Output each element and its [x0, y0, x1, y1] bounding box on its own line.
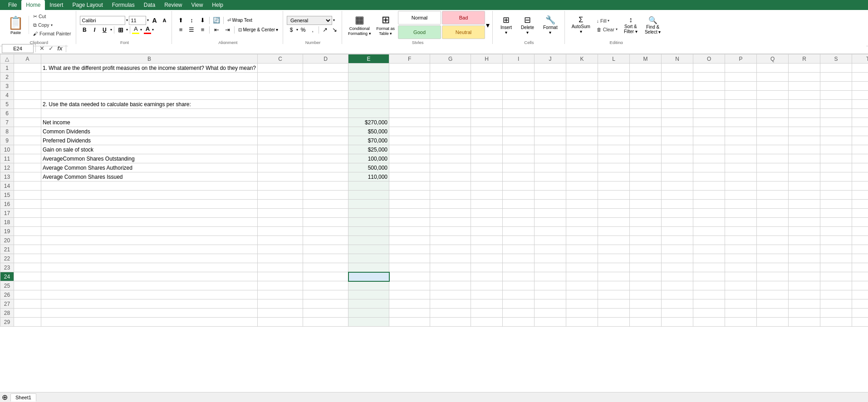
cell-P12[interactable] [725, 163, 757, 172]
cell-S25[interactable] [820, 281, 852, 290]
cell-Q11[interactable] [757, 154, 789, 163]
col-header-F[interactable]: F [389, 54, 430, 64]
cell-K12[interactable] [566, 163, 598, 172]
cell-O24[interactable] [693, 272, 725, 281]
cell-D3[interactable] [303, 82, 348, 91]
cell-T20[interactable] [852, 236, 868, 245]
cell-Q13[interactable] [757, 172, 789, 181]
cell-S17[interactable] [820, 209, 852, 218]
cell-O8[interactable] [693, 127, 725, 136]
cell-B9[interactable]: Preferred Dividends [41, 136, 258, 145]
row-num-29[interactable]: 29 [0, 318, 14, 327]
col-header-S[interactable]: S [820, 54, 852, 64]
tab-data[interactable]: Data [139, 0, 160, 10]
row-num-18[interactable]: 18 [0, 218, 14, 227]
cell-R23[interactable] [789, 263, 820, 272]
cell-S3[interactable] [820, 82, 852, 91]
cell-E12[interactable]: 500,000 [348, 163, 389, 172]
cell-D6[interactable] [303, 109, 348, 118]
cell-N24[interactable] [662, 272, 693, 281]
cell-H14[interactable] [471, 181, 503, 191]
cell-D19[interactable] [303, 227, 348, 236]
cell-M7[interactable] [630, 118, 662, 127]
cell-L25[interactable] [598, 281, 630, 290]
cell-K18[interactable] [566, 218, 598, 227]
cell-I28[interactable] [503, 309, 535, 318]
cell-P5[interactable] [725, 100, 757, 109]
cell-S29[interactable] [820, 318, 852, 327]
cell-A3[interactable] [14, 82, 41, 91]
cell-R5[interactable] [789, 100, 820, 109]
cell-M4[interactable] [630, 91, 662, 100]
cell-G16[interactable] [430, 200, 471, 209]
borders-dropdown[interactable]: ▾ [126, 28, 128, 32]
cell-R11[interactable] [789, 154, 820, 163]
cell-H17[interactable] [471, 209, 503, 218]
cell-B23[interactable] [41, 263, 258, 272]
cell-T3[interactable] [852, 82, 868, 91]
cell-S12[interactable] [820, 163, 852, 172]
row-num-16[interactable]: 16 [0, 200, 14, 209]
cell-G10[interactable] [430, 145, 471, 154]
row-num-7[interactable]: 7 [0, 118, 14, 127]
col-header-L[interactable]: L [598, 54, 630, 64]
cell-Q12[interactable] [757, 163, 789, 172]
cell-I29[interactable] [503, 318, 535, 327]
cell-H11[interactable] [471, 154, 503, 163]
formula-confirm-button[interactable]: ✓ [47, 44, 55, 53]
cell-P4[interactable] [725, 91, 757, 100]
cell-N10[interactable] [662, 145, 693, 154]
row-num-9[interactable]: 9 [0, 136, 14, 145]
cell-G1[interactable] [430, 64, 471, 73]
format-as-table-button[interactable]: ⊞ Format as Table ▾ [374, 13, 397, 37]
tab-help[interactable]: Help [207, 0, 228, 10]
cell-Q4[interactable] [757, 91, 789, 100]
cell-G19[interactable] [430, 227, 471, 236]
cell-A29[interactable] [14, 318, 41, 327]
cell-E22[interactable] [348, 254, 389, 263]
cell-B2[interactable] [41, 73, 258, 82]
cell-H5[interactable] [471, 100, 503, 109]
row-num-22[interactable]: 22 [0, 254, 14, 263]
cell-T16[interactable] [852, 200, 868, 209]
cell-P27[interactable] [725, 299, 757, 309]
cell-A6[interactable] [14, 109, 41, 118]
cell-L14[interactable] [598, 181, 630, 191]
cell-M27[interactable] [630, 299, 662, 309]
cell-S24[interactable] [820, 272, 852, 281]
font-size-dropdown[interactable]: ▾ [147, 18, 149, 22]
cell-T14[interactable] [852, 181, 868, 191]
font-color-button[interactable]: A [144, 25, 151, 34]
cell-B28[interactable] [41, 309, 258, 318]
cell-O2[interactable] [693, 73, 725, 82]
cell-Q23[interactable] [757, 263, 789, 272]
cell-M25[interactable] [630, 281, 662, 290]
cell-K29[interactable] [566, 318, 598, 327]
cell-L19[interactable] [598, 227, 630, 236]
cell-F24[interactable] [389, 272, 430, 281]
cell-K11[interactable] [566, 154, 598, 163]
cell-P13[interactable] [725, 172, 757, 181]
style-good-button[interactable]: Good [398, 25, 441, 39]
cell-N20[interactable] [662, 236, 693, 245]
cell-B27[interactable] [41, 299, 258, 309]
cell-P1[interactable] [725, 64, 757, 73]
cell-S7[interactable] [820, 118, 852, 127]
cell-Q3[interactable] [757, 82, 789, 91]
cell-O9[interactable] [693, 136, 725, 145]
cell-D2[interactable] [303, 73, 348, 82]
cell-M18[interactable] [630, 218, 662, 227]
cell-L17[interactable] [598, 209, 630, 218]
cell-D23[interactable] [303, 263, 348, 272]
cell-H26[interactable] [471, 290, 503, 299]
cell-F12[interactable] [389, 163, 430, 172]
col-header-O[interactable]: O [693, 54, 725, 64]
cell-I24[interactable] [503, 272, 535, 281]
cell-B19[interactable] [41, 227, 258, 236]
cell-G6[interactable] [430, 109, 471, 118]
cell-H29[interactable] [471, 318, 503, 327]
tab-insert[interactable]: Insert [45, 0, 68, 10]
cell-E29[interactable] [348, 318, 389, 327]
cell-S10[interactable] [820, 145, 852, 154]
cell-L15[interactable] [598, 191, 630, 200]
